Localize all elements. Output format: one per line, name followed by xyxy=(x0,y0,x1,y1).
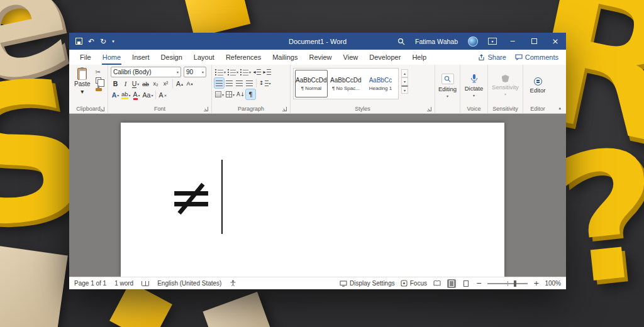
clipboard-dialog-launcher-icon[interactable] xyxy=(100,107,104,111)
group-editor: Editor Editor xyxy=(523,65,552,113)
share-button[interactable]: Share xyxy=(478,53,506,61)
superscript-button[interactable]: x² xyxy=(161,79,170,89)
font-size-select[interactable]: 90▾ xyxy=(184,67,206,77)
sort-button[interactable]: A↓ xyxy=(236,89,245,99)
justify-button[interactable] xyxy=(245,78,254,88)
tab-mailings[interactable]: Mailings xyxy=(267,50,303,65)
change-case-button[interactable]: Aa▾ xyxy=(142,90,154,100)
print-layout-icon[interactable] xyxy=(447,279,456,288)
font-family-select[interactable]: Calibri (Body)▾ xyxy=(111,67,181,77)
multilevel-list-button[interactable]: ▾ xyxy=(240,67,252,77)
styles-scroll-up-icon[interactable]: ▴ xyxy=(401,69,408,77)
align-left-button[interactable] xyxy=(214,78,224,88)
font-dialog-launcher-icon[interactable] xyxy=(204,107,208,111)
document-page[interactable]: ≠ xyxy=(121,123,504,277)
highlight-color-button[interactable]: ab▾ xyxy=(121,90,131,100)
zoom-slider-thumb[interactable] xyxy=(514,280,516,287)
paste-icon xyxy=(77,68,87,80)
sensitivity-button[interactable]: Sensitivity ▾ xyxy=(491,67,520,104)
account-name[interactable]: Fatima Wahab xyxy=(410,33,463,50)
tab-home[interactable]: Home xyxy=(97,50,126,65)
dictate-button[interactable]: Dictate ▾ xyxy=(463,67,485,104)
styles-dialog-launcher-icon[interactable] xyxy=(427,107,431,111)
quick-access-toolbar: ↶ ↻ ▾ xyxy=(69,37,114,46)
copy-icon[interactable] xyxy=(96,77,101,84)
word-window: ↶ ↻ ▾ Document1 - Word Fatima Wahab ▾ ─ … xyxy=(69,33,566,289)
editor-button[interactable]: Editor xyxy=(526,67,550,104)
collapse-ribbon-icon[interactable]: ▴ xyxy=(558,106,561,111)
align-center-button[interactable] xyxy=(225,78,234,88)
zoom-level[interactable]: 100% xyxy=(545,280,561,287)
accessibility-icon[interactable] xyxy=(230,280,236,287)
style-no-spacing[interactable]: AaBbCcDdE ¶ No Spac... xyxy=(330,70,362,97)
save-icon[interactable] xyxy=(75,38,82,45)
title-bar: ↶ ↻ ▾ Document1 - Word Fatima Wahab ▾ ─ … xyxy=(69,33,566,50)
avatar[interactable] xyxy=(463,33,483,50)
customize-qat-icon[interactable]: ▾ xyxy=(112,39,114,44)
style-heading1[interactable]: AaBbCc Heading 1 xyxy=(364,70,397,97)
background-shape xyxy=(0,243,68,327)
tab-layout[interactable]: Layout xyxy=(188,50,220,65)
language-indicator[interactable]: English (United States) xyxy=(157,280,221,287)
shading-button[interactable]: ▾ xyxy=(214,89,225,99)
subscript-button[interactable]: x₂ xyxy=(151,79,160,89)
minimize-button[interactable]: ─ xyxy=(502,33,523,50)
grow-font-button[interactable]: A▴ xyxy=(175,79,184,89)
paste-button[interactable]: Paste ▾ xyxy=(72,67,93,104)
tab-developer[interactable]: Developer xyxy=(364,50,406,65)
display-settings-button[interactable]: Display Settings xyxy=(340,280,395,287)
tab-design[interactable]: Design xyxy=(155,50,188,65)
close-button[interactable]: × xyxy=(545,33,566,50)
clipboard-label: Clipboard xyxy=(76,106,101,112)
bullet-list-button[interactable]: ▾ xyxy=(214,67,226,77)
tab-review[interactable]: Review xyxy=(304,50,338,65)
ribbon-display-options-icon[interactable]: ▾ xyxy=(483,33,502,50)
font-color-button[interactable]: A▾ xyxy=(132,90,142,100)
undo-icon[interactable]: ↶ xyxy=(88,37,94,46)
styles-scroll-down-icon[interactable]: ▾ xyxy=(401,77,408,86)
tab-file[interactable]: File xyxy=(74,50,97,65)
proofing-icon[interactable] xyxy=(142,281,149,286)
redo-icon[interactable]: ↻ xyxy=(100,37,106,46)
increase-indent-button[interactable]: ▸ xyxy=(262,67,272,77)
zoom-in-icon[interactable]: + xyxy=(533,279,539,287)
ribbon: Paste ▾ ✂ Clipboard xyxy=(69,65,566,114)
cut-icon[interactable]: ✂ xyxy=(96,69,102,75)
format-painter-icon[interactable] xyxy=(96,88,102,91)
show-formatting-marks-button[interactable]: ¶ xyxy=(246,89,255,99)
zoom-slider[interactable] xyxy=(487,283,528,284)
line-spacing-button[interactable]: ↕▾ xyxy=(258,78,272,88)
focus-button[interactable]: Focus xyxy=(401,280,427,287)
borders-button[interactable]: ▾ xyxy=(225,89,235,99)
zoom-out-icon[interactable]: − xyxy=(476,279,482,287)
tab-help[interactable]: Help xyxy=(406,50,432,65)
tab-insert[interactable]: Insert xyxy=(126,50,155,65)
decrease-indent-button[interactable]: ◂ xyxy=(252,67,262,77)
editing-button[interactable]: Editing ▾ xyxy=(438,67,457,104)
maximize-button[interactable] xyxy=(523,33,545,50)
italic-button[interactable]: I xyxy=(121,79,130,89)
search-icon[interactable] xyxy=(392,33,410,50)
status-bar: Page 1 of 1 1 word English (United State… xyxy=(69,277,566,289)
shrink-font-button[interactable]: A▾ xyxy=(185,79,194,89)
paragraph-dialog-launcher-icon[interactable] xyxy=(282,107,287,111)
styles-more-icon[interactable]: ▾ xyxy=(401,86,408,94)
page-indicator[interactable]: Page 1 of 1 xyxy=(74,280,106,287)
tab-view[interactable]: View xyxy=(338,50,364,65)
clear-formatting-button[interactable]: A× xyxy=(158,90,167,100)
underline-button[interactable]: U▾ xyxy=(131,79,140,89)
read-mode-icon[interactable] xyxy=(433,279,441,288)
text-effects-button[interactable]: A▾ xyxy=(111,90,120,100)
align-right-button[interactable] xyxy=(235,78,244,88)
tab-references[interactable]: References xyxy=(220,50,267,65)
numbered-list-button[interactable]: ▾ xyxy=(227,67,239,77)
editor-label: Editor xyxy=(530,106,545,112)
web-layout-icon[interactable] xyxy=(462,279,470,288)
style-normal[interactable]: AaBbCcDdE ¶ Normal xyxy=(295,70,328,97)
comments-button[interactable]: Comments xyxy=(515,53,558,61)
comments-icon xyxy=(515,54,523,61)
bold-button[interactable]: B xyxy=(111,79,120,89)
word-count[interactable]: 1 word xyxy=(114,280,133,287)
strikethrough-button[interactable]: ab xyxy=(141,79,150,89)
voice-label: Voice xyxy=(467,106,480,112)
